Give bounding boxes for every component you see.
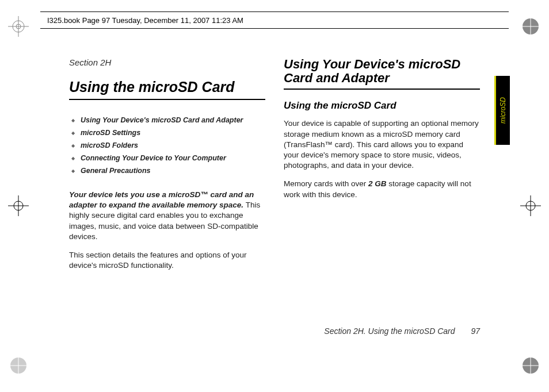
document-header: I325.book Page 97 Tuesday, December 11, …: [40, 11, 509, 29]
para2-part-a: Memory cards with over: [284, 179, 368, 188]
page-title: Using the microSD Card: [69, 79, 265, 95]
toc-item: microSD Folders: [69, 141, 265, 149]
intro-lead: Your device lets you use a microSD™ card…: [69, 190, 254, 209]
toc-item: General Precautions: [69, 167, 265, 175]
title-underline: [69, 99, 265, 100]
subheading: Using the microSD Card: [284, 100, 480, 112]
intro-paragraph-2: This section details the features and op…: [69, 250, 265, 271]
side-tab: microSD: [494, 76, 510, 145]
right-title-underline: [284, 89, 480, 90]
crop-mark-icon: [520, 355, 541, 376]
side-tab-label: microSD: [499, 97, 507, 124]
left-column: Section 2H Using the microSD Card Using …: [69, 57, 265, 335]
page-number: 97: [471, 326, 480, 336]
right-column-title: Using Your Device's microSD Card and Ada…: [284, 57, 480, 85]
footer-text: Section 2H. Using the microSD Card: [324, 326, 455, 336]
intro-paragraph-1: Your device lets you use a microSD™ card…: [69, 190, 265, 242]
page-footer: Section 2H. Using the microSD Card 97: [324, 326, 480, 336]
crop-mark-icon: [8, 16, 29, 37]
body-paragraph-1: Your device is capable of supporting an …: [284, 118, 480, 171]
header-text: I325.book Page 97 Tuesday, December 11, …: [47, 16, 243, 25]
section-label: Section 2H: [69, 57, 265, 67]
crop-mark-icon: [8, 355, 29, 376]
toc-item: Connecting Your Device to Your Computer: [69, 154, 265, 162]
page-content: Section 2H Using the microSD Card Using …: [69, 57, 480, 335]
crop-mark-icon: [520, 195, 541, 216]
crop-mark-icon: [8, 195, 29, 216]
crop-mark-icon: [520, 16, 541, 37]
body-paragraph-2: Memory cards with over 2 GB storage capa…: [284, 179, 480, 199]
para2-bold: 2 GB: [368, 179, 387, 188]
right-column: Using Your Device's microSD Card and Ada…: [284, 57, 480, 335]
toc-item: microSD Settings: [69, 129, 265, 137]
toc-list: Using Your Device's microSD Card and Ada…: [69, 116, 265, 175]
toc-item: Using Your Device's microSD Card and Ada…: [69, 116, 265, 124]
